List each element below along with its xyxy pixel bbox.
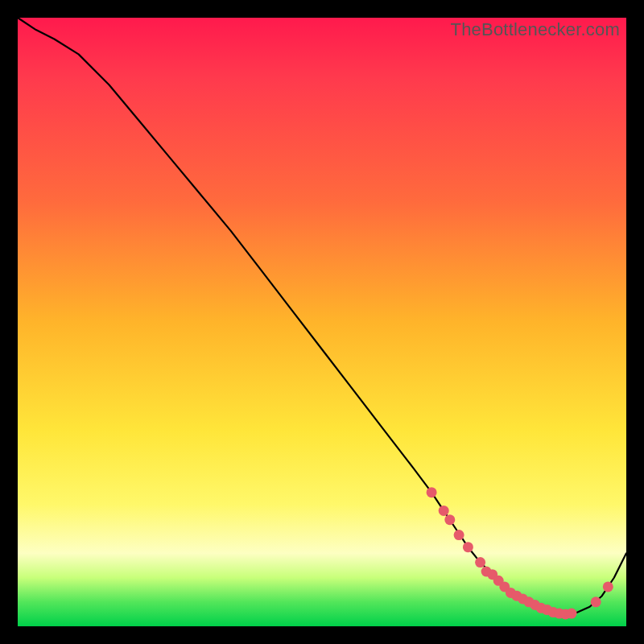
curve-marker (454, 530, 464, 540)
curve-marker (427, 487, 437, 497)
curve-marker (591, 597, 601, 607)
curve-svg (18, 18, 626, 626)
plot-area: TheBottlenecker.com (18, 18, 626, 626)
curve-markers (427, 487, 613, 619)
chart-frame: TheBottlenecker.com (0, 0, 644, 644)
curve-marker (439, 506, 449, 516)
curve-marker (444, 514, 455, 525)
curve-marker (603, 581, 613, 592)
bottleneck-curve (18, 18, 626, 614)
curve-marker (463, 542, 473, 552)
curve-marker (567, 609, 577, 619)
curve-marker (475, 557, 485, 568)
